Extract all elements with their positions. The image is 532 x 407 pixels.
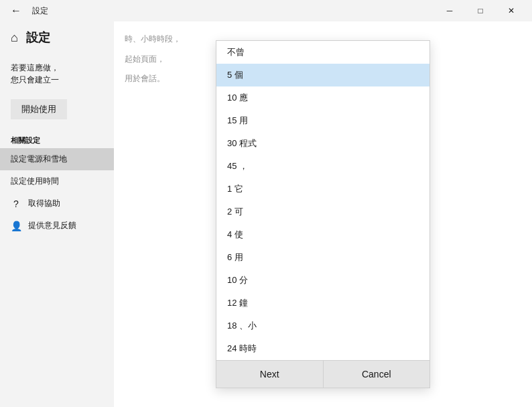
dropdown-item[interactable]: 5 個 <box>216 64 429 86</box>
home-icon: ⌂ <box>11 31 18 45</box>
back-button[interactable]: ← <box>8 2 24 19</box>
sidebar-link-help-label: 取得協助 <box>28 198 60 209</box>
dropdown-item[interactable]: 2 可 <box>216 200 429 223</box>
content-area: 時、小時時段， 起始頁面， 用於會話。 不曾5 個10 應15 用30 程式45… <box>114 21 532 407</box>
sidebar: ⌂ 設定 若要這應做，您只會建立一 開始使用 相關設定 設定電源和雪地 設定使用… <box>0 21 114 407</box>
start-button[interactable]: 開始使用 <box>11 99 67 119</box>
sidebar-description: 若要這應做，您只會建立一 <box>0 54 114 94</box>
dropdown-item[interactable]: 30 程式 <box>216 132 429 155</box>
title-bar-left: ← 設定 <box>8 2 48 19</box>
dropdown-modal: 不曾5 個10 應15 用30 程式45 ，1 它2 可4 使6 用10 分12… <box>216 40 430 388</box>
dropdown-list[interactable]: 不曾5 個10 應15 用30 程式45 ，1 它2 可4 使6 用10 分12… <box>216 41 429 361</box>
title-bar-title: 設定 <box>32 5 48 17</box>
modal-footer: Next Cancel <box>216 361 429 388</box>
sidebar-section-title: 相關設定 <box>0 125 114 148</box>
feedback-icon: 👤 <box>11 221 21 231</box>
sidebar-link-feedback[interactable]: 👤 提供意見反饋 <box>0 215 114 237</box>
sidebar-link-help[interactable]: ? 取得協助 <box>0 192 114 215</box>
sidebar-item-power[interactable]: 設定電源和雪地 <box>0 148 114 170</box>
app-container: ⌂ 設定 若要這應做，您只會建立一 開始使用 相關設定 設定電源和雪地 設定使用… <box>0 21 532 407</box>
sidebar-title: 設定 <box>26 30 50 46</box>
modal-overlay: 不曾5 個10 應15 用30 程式45 ，1 它2 可4 使6 用10 分12… <box>114 21 532 407</box>
next-button[interactable]: Next <box>216 361 323 388</box>
dropdown-item[interactable]: 不曾 <box>216 41 429 64</box>
dropdown-item[interactable]: 4 使 <box>216 223 429 246</box>
dropdown-item[interactable]: 6 用 <box>216 246 429 269</box>
dropdown-item[interactable]: 24 時時 <box>216 337 429 360</box>
dropdown-item[interactable]: 15 用 <box>216 109 429 132</box>
title-bar-controls: ─ □ ✕ <box>434 0 527 21</box>
sidebar-item-time[interactable]: 設定使用時間 <box>0 170 114 192</box>
minimize-button[interactable]: ─ <box>434 0 465 21</box>
dropdown-item[interactable]: 45 ， <box>216 155 429 178</box>
dropdown-item[interactable]: 12 鐘 <box>216 292 429 314</box>
dropdown-item[interactable]: 10 分 <box>216 269 429 292</box>
dropdown-item[interactable]: 10 應 <box>216 86 429 109</box>
dropdown-item[interactable]: 1 它 <box>216 178 429 200</box>
title-bar: ← 設定 ─ □ ✕ <box>0 0 532 21</box>
sidebar-link-feedback-label: 提供意見反饋 <box>28 220 76 231</box>
sidebar-header: ⌂ 設定 <box>0 21 114 54</box>
help-icon: ? <box>11 198 21 209</box>
cancel-button[interactable]: Cancel <box>323 361 430 388</box>
maximize-button[interactable]: □ <box>465 0 496 21</box>
close-button[interactable]: ✕ <box>496 0 527 21</box>
dropdown-item[interactable]: 18 、小 <box>216 314 429 337</box>
